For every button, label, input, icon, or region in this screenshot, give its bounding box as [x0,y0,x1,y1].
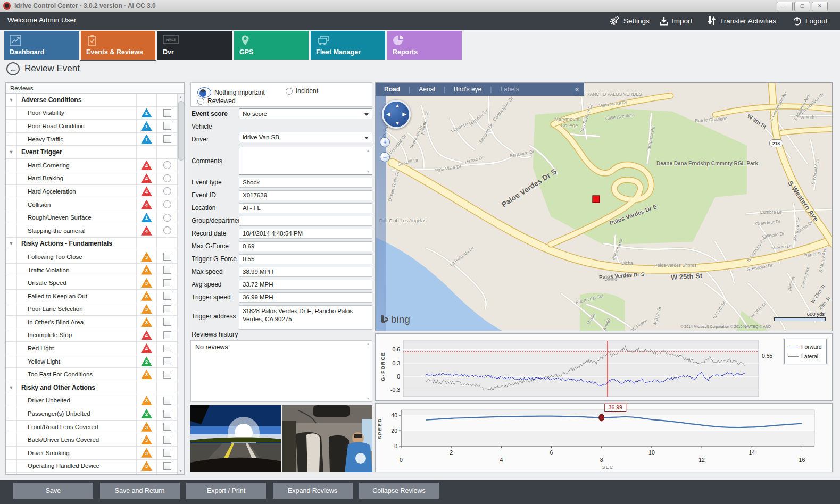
radio-unselected-icon[interactable] [286,88,293,95]
review-checkbox[interactable] [163,279,171,287]
map-canvas[interactable]: EAST RANCHO PALOS VERDESMarymountCollege… [375,82,833,331]
review-checkbox[interactable] [163,397,171,405]
vehicle-select[interactable]: idrive Van SB [239,132,372,142]
review-radio[interactable] [163,226,171,234]
review-item-row[interactable]: Poor Visibility1 [6,107,184,120]
review-checkbox[interactable] [163,410,171,418]
map-view-road[interactable]: Road [376,86,409,93]
review-item-row[interactable]: Yellow Light2 [6,355,184,368]
review-radio[interactable] [163,161,171,169]
map-view-aerial[interactable]: Aerial [410,86,444,93]
history-scroll-icons[interactable]: ▲▼ [365,342,371,400]
settings-button[interactable]: Settings [609,14,650,28]
review-checkbox[interactable] [163,122,171,130]
review-item-row[interactable]: In Other's Blind Area3 [6,316,184,329]
review-item-row[interactable]: Slapping the camera!4 [6,224,184,238]
review-checkbox[interactable] [163,318,171,326]
pan-down-icon[interactable]: ▼ [395,120,400,126]
status-option-nothing-important[interactable]: Nothing important [197,87,265,98]
collapse-arrow-icon[interactable]: ▼ [6,149,16,155]
pan-right-icon[interactable]: ▶ [402,111,406,117]
review-checkbox[interactable] [163,135,171,143]
review-item-row[interactable]: Hard Braking4 [6,172,184,186]
expand-reviews-button[interactable]: Expand Reviews [273,483,353,499]
comments-textarea[interactable]: ▲▼ [239,147,372,175]
pan-left-icon[interactable]: ◀ [386,111,390,117]
review-item-row[interactable]: Passenger(s) Unbelted2 [6,407,184,421]
pan-up-icon[interactable]: ▲ [395,103,400,108]
review-checkbox[interactable] [163,371,171,379]
review-item-row[interactable]: Heavy Traffic1 [6,133,184,146]
review-item-row[interactable]: Hard Cornering4 [6,159,184,172]
tab-events-reviews[interactable]: Events & Reviews [81,31,155,60]
collapse-arrow-icon[interactable]: ▼ [6,241,16,246]
review-checkbox[interactable] [163,436,171,444]
map-view-labels[interactable]: Labels [492,86,527,93]
scrollbar-thumb[interactable] [178,101,184,161]
review-item-row[interactable]: Driver Smoking3 [6,447,184,460]
review-checkbox[interactable] [163,266,171,274]
review-checkbox[interactable] [163,109,171,117]
tab-dvr[interactable]: MERGEDvr [157,31,232,60]
review-item-row[interactable]: Operating Handled Device3 [6,460,184,473]
maximize-button[interactable]: ▢ [794,2,810,11]
video-cabin-camera[interactable] [282,405,372,472]
zoom-in-button[interactable]: + [380,137,390,147]
video-road-camera[interactable] [190,405,281,472]
review-radio[interactable] [163,187,171,195]
review-item-row[interactable]: Prevented/Aborted Event4 [6,473,184,475]
reviews-scrollbar[interactable]: ▲ ▼ [177,94,184,474]
review-item-row[interactable]: Incomplete Stop4 [6,329,184,342]
review-checkbox[interactable] [163,357,171,365]
review-item-row[interactable]: Rough/Uneven Surface1 [6,211,184,224]
radio-unselected-icon[interactable] [197,98,204,105]
map-pan-compass[interactable]: ▲ ▼ ◀ ▶ [382,100,411,129]
tab-gps[interactable]: GPS [234,31,309,60]
scroll-down-icon[interactable]: ▼ [178,469,184,473]
status-option-incident[interactable]: Incident [286,87,318,95]
collapse-arrow-icon[interactable]: ▼ [6,97,16,103]
minimize-button[interactable]: — [777,2,793,11]
review-checkbox[interactable] [163,423,171,431]
review-item-row[interactable]: Traffic Violation3 [6,264,184,277]
review-item-row[interactable]: Following Too Close3 [6,250,184,264]
import-button[interactable]: Import [660,14,692,28]
review-checkbox[interactable] [163,345,171,352]
reviews-history-box[interactable]: No reviews ▲▼ [190,340,372,402]
review-item-row[interactable]: Red Light4 [6,342,184,355]
review-radio[interactable] [163,174,171,182]
scroll-up-icon[interactable]: ▲ [178,95,184,99]
review-group-row[interactable]: ▼Risky and Other Actions [6,381,184,394]
map-collapse-button[interactable]: « [575,86,584,93]
review-group-row[interactable]: ▼Risky Actions - Fundamentals [6,238,184,251]
review-group-row[interactable]: ▼Adverse Conditions [6,94,184,107]
export-print-button[interactable]: Export / Print [186,483,266,499]
event-score-select[interactable]: No score [239,108,372,119]
review-checkbox[interactable] [163,253,171,261]
textarea-scroll-icons[interactable]: ▲▼ [365,148,371,173]
radio-selected-icon[interactable] [197,87,211,98]
tab-fleet-manager[interactable]: Fleet Manager [311,31,385,60]
review-checkbox[interactable] [163,292,171,300]
review-item-row[interactable]: Driver Unbelted3 [6,394,184,408]
review-item-row[interactable]: Failed to Keep an Out3 [6,290,184,303]
status-option-reviewed[interactable]: Reviewed [197,97,236,105]
tab-reports[interactable]: Reports [387,31,462,60]
transfer-button[interactable]: Transfer Activities [708,14,776,28]
review-checkbox[interactable] [163,305,171,313]
save-button[interactable]: Save [13,483,93,499]
collapse-arrow-icon[interactable]: ▼ [6,385,16,390]
review-item-row[interactable]: Front/Road Lens Covered3 [6,421,184,434]
review-radio[interactable] [163,200,171,208]
review-radio[interactable] [163,214,171,222]
review-checkbox[interactable] [163,331,171,339]
review-group-row[interactable]: ▼Event Trigger [6,146,184,159]
save-and-return-button[interactable]: Save and Return [100,483,180,499]
zoom-out-button[interactable]: − [380,152,390,162]
review-item-row[interactable]: Back/Driver Lens Covered3 [6,433,184,447]
review-item-row[interactable]: Collision4 [6,198,184,212]
review-item-row[interactable]: Poor Lane Selection3 [6,303,184,316]
review-item-row[interactable]: Hard Acceleration4 [6,185,184,198]
review-item-row[interactable]: Too Fast For Conditions3 [6,368,184,381]
back-button[interactable]: ← [6,62,20,75]
